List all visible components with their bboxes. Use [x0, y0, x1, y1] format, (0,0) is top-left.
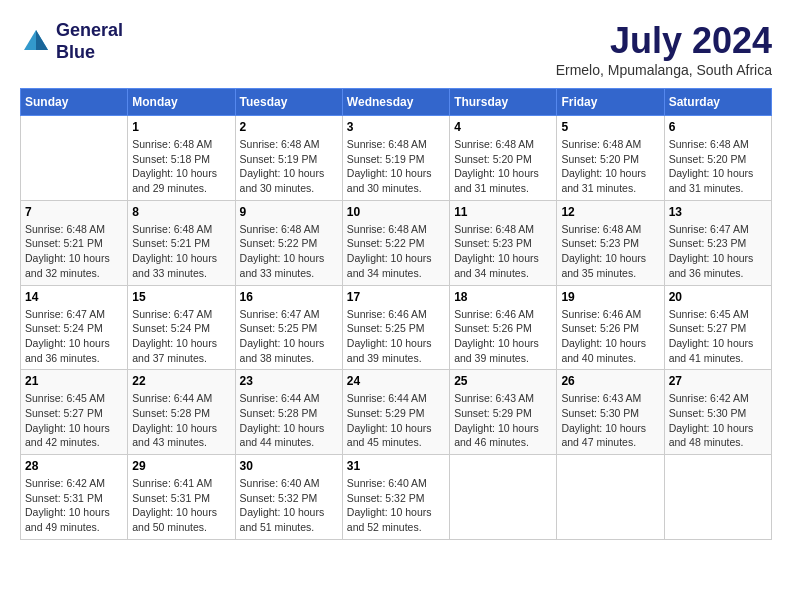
day-info: Sunrise: 6:48 AMSunset: 5:21 PMDaylight:… — [132, 222, 230, 281]
calendar-cell: 21Sunrise: 6:45 AMSunset: 5:27 PMDayligh… — [21, 370, 128, 455]
calendar-cell: 6Sunrise: 6:48 AMSunset: 5:20 PMDaylight… — [664, 116, 771, 201]
day-number: 5 — [561, 120, 659, 134]
day-info: Sunrise: 6:48 AMSunset: 5:22 PMDaylight:… — [347, 222, 445, 281]
day-info: Sunrise: 6:44 AMSunset: 5:29 PMDaylight:… — [347, 391, 445, 450]
day-info: Sunrise: 6:45 AMSunset: 5:27 PMDaylight:… — [669, 307, 767, 366]
day-info: Sunrise: 6:40 AMSunset: 5:32 PMDaylight:… — [240, 476, 338, 535]
day-number: 1 — [132, 120, 230, 134]
day-number: 9 — [240, 205, 338, 219]
calendar-cell: 23Sunrise: 6:44 AMSunset: 5:28 PMDayligh… — [235, 370, 342, 455]
calendar-cell: 5Sunrise: 6:48 AMSunset: 5:20 PMDaylight… — [557, 116, 664, 201]
day-number: 21 — [25, 374, 123, 388]
day-number: 11 — [454, 205, 552, 219]
calendar-cell: 9Sunrise: 6:48 AMSunset: 5:22 PMDaylight… — [235, 200, 342, 285]
day-number: 7 — [25, 205, 123, 219]
logo-icon — [20, 26, 52, 58]
calendar-cell: 26Sunrise: 6:43 AMSunset: 5:30 PMDayligh… — [557, 370, 664, 455]
logo-line2: Blue — [56, 42, 123, 64]
calendar-cell: 10Sunrise: 6:48 AMSunset: 5:22 PMDayligh… — [342, 200, 449, 285]
day-info: Sunrise: 6:44 AMSunset: 5:28 PMDaylight:… — [132, 391, 230, 450]
calendar-cell: 25Sunrise: 6:43 AMSunset: 5:29 PMDayligh… — [450, 370, 557, 455]
day-number: 25 — [454, 374, 552, 388]
day-header-wednesday: Wednesday — [342, 89, 449, 116]
logo-text: General Blue — [56, 20, 123, 63]
day-info: Sunrise: 6:48 AMSunset: 5:20 PMDaylight:… — [561, 137, 659, 196]
calendar-cell: 24Sunrise: 6:44 AMSunset: 5:29 PMDayligh… — [342, 370, 449, 455]
calendar-week-3: 14Sunrise: 6:47 AMSunset: 5:24 PMDayligh… — [21, 285, 772, 370]
day-info: Sunrise: 6:42 AMSunset: 5:31 PMDaylight:… — [25, 476, 123, 535]
day-info: Sunrise: 6:48 AMSunset: 5:22 PMDaylight:… — [240, 222, 338, 281]
calendar-cell: 13Sunrise: 6:47 AMSunset: 5:23 PMDayligh… — [664, 200, 771, 285]
calendar-cell: 28Sunrise: 6:42 AMSunset: 5:31 PMDayligh… — [21, 455, 128, 540]
calendar-cell: 1Sunrise: 6:48 AMSunset: 5:18 PMDaylight… — [128, 116, 235, 201]
day-header-monday: Monday — [128, 89, 235, 116]
day-info: Sunrise: 6:42 AMSunset: 5:30 PMDaylight:… — [669, 391, 767, 450]
calendar-cell: 16Sunrise: 6:47 AMSunset: 5:25 PMDayligh… — [235, 285, 342, 370]
day-info: Sunrise: 6:48 AMSunset: 5:19 PMDaylight:… — [240, 137, 338, 196]
calendar-cell: 29Sunrise: 6:41 AMSunset: 5:31 PMDayligh… — [128, 455, 235, 540]
day-number: 30 — [240, 459, 338, 473]
day-info: Sunrise: 6:48 AMSunset: 5:21 PMDaylight:… — [25, 222, 123, 281]
days-row: SundayMondayTuesdayWednesdayThursdayFrid… — [21, 89, 772, 116]
day-number: 8 — [132, 205, 230, 219]
calendar-week-1: 1Sunrise: 6:48 AMSunset: 5:18 PMDaylight… — [21, 116, 772, 201]
day-number: 15 — [132, 290, 230, 304]
calendar-week-2: 7Sunrise: 6:48 AMSunset: 5:21 PMDaylight… — [21, 200, 772, 285]
day-number: 17 — [347, 290, 445, 304]
day-header-saturday: Saturday — [664, 89, 771, 116]
calendar-cell: 15Sunrise: 6:47 AMSunset: 5:24 PMDayligh… — [128, 285, 235, 370]
calendar-body: 1Sunrise: 6:48 AMSunset: 5:18 PMDaylight… — [21, 116, 772, 540]
day-number: 16 — [240, 290, 338, 304]
day-header-tuesday: Tuesday — [235, 89, 342, 116]
calendar-cell: 22Sunrise: 6:44 AMSunset: 5:28 PMDayligh… — [128, 370, 235, 455]
day-number: 19 — [561, 290, 659, 304]
calendar-cell: 31Sunrise: 6:40 AMSunset: 5:32 PMDayligh… — [342, 455, 449, 540]
day-info: Sunrise: 6:47 AMSunset: 5:24 PMDaylight:… — [132, 307, 230, 366]
day-number: 4 — [454, 120, 552, 134]
logo: General Blue — [20, 20, 123, 63]
day-number: 3 — [347, 120, 445, 134]
day-info: Sunrise: 6:47 AMSunset: 5:25 PMDaylight:… — [240, 307, 338, 366]
calendar-cell — [21, 116, 128, 201]
day-number: 23 — [240, 374, 338, 388]
calendar-cell: 4Sunrise: 6:48 AMSunset: 5:20 PMDaylight… — [450, 116, 557, 201]
location-subtitle: Ermelo, Mpumalanga, South Africa — [556, 62, 772, 78]
day-number: 31 — [347, 459, 445, 473]
calendar-cell: 2Sunrise: 6:48 AMSunset: 5:19 PMDaylight… — [235, 116, 342, 201]
day-info: Sunrise: 6:45 AMSunset: 5:27 PMDaylight:… — [25, 391, 123, 450]
day-number: 28 — [25, 459, 123, 473]
calendar-cell: 27Sunrise: 6:42 AMSunset: 5:30 PMDayligh… — [664, 370, 771, 455]
calendar-cell: 3Sunrise: 6:48 AMSunset: 5:19 PMDaylight… — [342, 116, 449, 201]
calendar-cell: 11Sunrise: 6:48 AMSunset: 5:23 PMDayligh… — [450, 200, 557, 285]
day-info: Sunrise: 6:46 AMSunset: 5:26 PMDaylight:… — [561, 307, 659, 366]
day-info: Sunrise: 6:41 AMSunset: 5:31 PMDaylight:… — [132, 476, 230, 535]
calendar-cell: 7Sunrise: 6:48 AMSunset: 5:21 PMDaylight… — [21, 200, 128, 285]
calendar-cell: 20Sunrise: 6:45 AMSunset: 5:27 PMDayligh… — [664, 285, 771, 370]
calendar-week-5: 28Sunrise: 6:42 AMSunset: 5:31 PMDayligh… — [21, 455, 772, 540]
day-number: 20 — [669, 290, 767, 304]
day-number: 22 — [132, 374, 230, 388]
calendar-cell: 17Sunrise: 6:46 AMSunset: 5:25 PMDayligh… — [342, 285, 449, 370]
day-number: 2 — [240, 120, 338, 134]
day-number: 14 — [25, 290, 123, 304]
day-info: Sunrise: 6:43 AMSunset: 5:29 PMDaylight:… — [454, 391, 552, 450]
day-header-friday: Friday — [557, 89, 664, 116]
day-number: 13 — [669, 205, 767, 219]
calendar-cell: 8Sunrise: 6:48 AMSunset: 5:21 PMDaylight… — [128, 200, 235, 285]
day-info: Sunrise: 6:46 AMSunset: 5:25 PMDaylight:… — [347, 307, 445, 366]
day-info: Sunrise: 6:48 AMSunset: 5:20 PMDaylight:… — [454, 137, 552, 196]
calendar-cell: 19Sunrise: 6:46 AMSunset: 5:26 PMDayligh… — [557, 285, 664, 370]
day-number: 10 — [347, 205, 445, 219]
day-info: Sunrise: 6:48 AMSunset: 5:19 PMDaylight:… — [347, 137, 445, 196]
calendar-cell: 14Sunrise: 6:47 AMSunset: 5:24 PMDayligh… — [21, 285, 128, 370]
day-info: Sunrise: 6:46 AMSunset: 5:26 PMDaylight:… — [454, 307, 552, 366]
day-header-sunday: Sunday — [21, 89, 128, 116]
calendar-week-4: 21Sunrise: 6:45 AMSunset: 5:27 PMDayligh… — [21, 370, 772, 455]
day-info: Sunrise: 6:48 AMSunset: 5:23 PMDaylight:… — [561, 222, 659, 281]
calendar-cell — [557, 455, 664, 540]
month-year-title: July 2024 — [556, 20, 772, 62]
calendar-header: SundayMondayTuesdayWednesdayThursdayFrid… — [21, 89, 772, 116]
day-info: Sunrise: 6:47 AMSunset: 5:24 PMDaylight:… — [25, 307, 123, 366]
day-number: 6 — [669, 120, 767, 134]
day-info: Sunrise: 6:48 AMSunset: 5:20 PMDaylight:… — [669, 137, 767, 196]
